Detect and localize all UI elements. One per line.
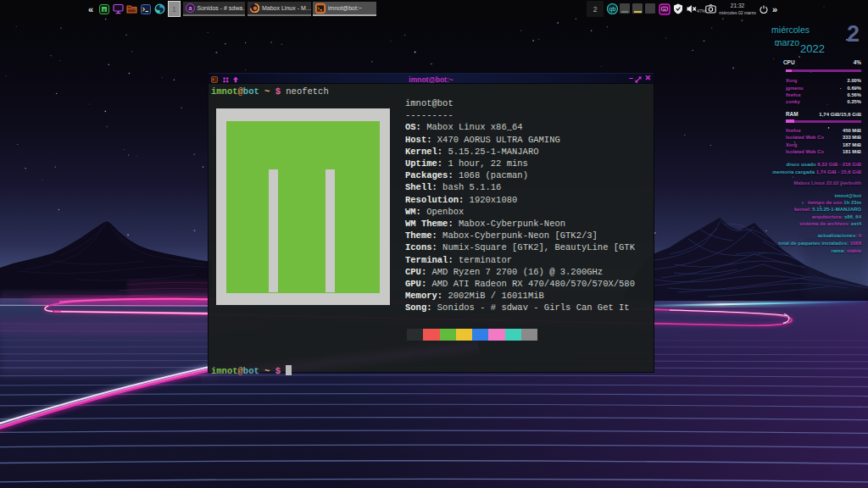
svg-text:a: a [188,5,192,11]
svg-text:qb: qb [609,6,616,13]
